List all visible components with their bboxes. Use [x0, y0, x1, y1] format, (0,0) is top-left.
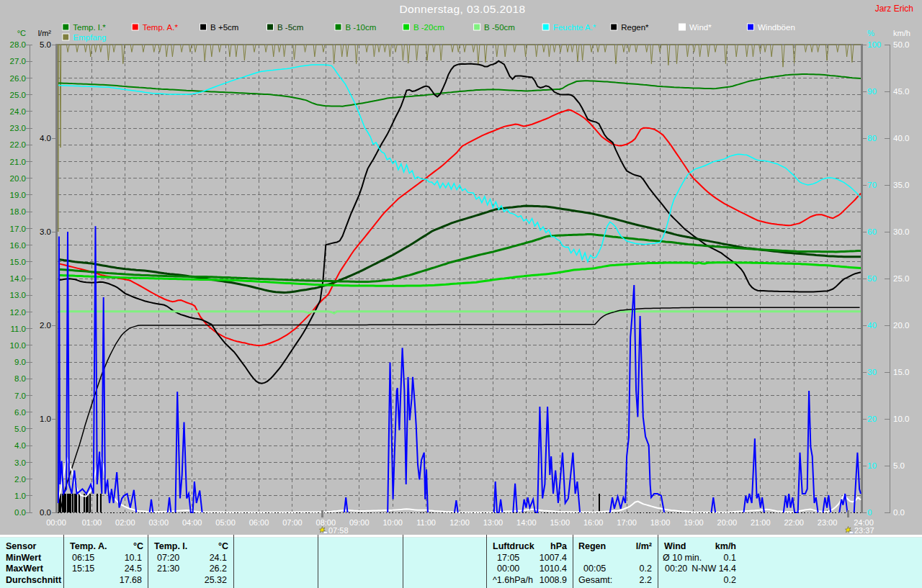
svg-text:^1.6hPa/h: ^1.6hPa/h — [493, 575, 533, 585]
svg-text:km/h: km/h — [893, 29, 910, 37]
svg-text:5.0: 5.0 — [893, 461, 905, 470]
svg-text:26.2: 26.2 — [210, 564, 227, 574]
svg-text:Temp. A.: Temp. A. — [70, 541, 107, 551]
svg-text:Ø 10 min.: Ø 10 min. — [663, 553, 702, 563]
svg-text:25.0: 25.0 — [893, 274, 909, 283]
svg-text:l/m²: l/m² — [636, 541, 652, 551]
svg-text:22.0: 22.0 — [10, 140, 26, 149]
svg-text:20: 20 — [867, 415, 877, 423]
svg-text:02:00: 02:00 — [115, 518, 135, 527]
svg-text:3.0: 3.0 — [40, 227, 51, 236]
svg-text:20.0: 20.0 — [893, 321, 909, 330]
svg-text:17.0: 17.0 — [10, 225, 26, 233]
svg-text:Sensor: Sensor — [6, 541, 37, 551]
svg-text:2.0: 2.0 — [14, 475, 26, 484]
svg-text:Luftdruck: Luftdruck — [493, 541, 534, 551]
svg-text:B -5cm: B -5cm — [277, 23, 303, 32]
svg-text:30.0: 30.0 — [893, 227, 909, 236]
svg-text:Wind: Wind — [664, 541, 686, 551]
svg-text:07:00: 07:00 — [282, 518, 303, 527]
svg-text:19:00: 19:00 — [684, 518, 704, 527]
svg-text:22:00: 22:00 — [784, 518, 804, 527]
svg-text:23:00: 23:00 — [818, 518, 838, 527]
svg-text:11.0: 11.0 — [10, 325, 26, 333]
svg-text:Jarz Erich: Jarz Erich — [875, 4, 913, 14]
svg-text:25.0: 25.0 — [10, 91, 26, 99]
svg-text:00:00: 00:00 — [46, 518, 66, 527]
svg-text:05:00: 05:00 — [215, 518, 236, 527]
svg-text:16.0: 16.0 — [10, 241, 26, 250]
svg-text:21:30: 21:30 — [157, 564, 179, 574]
svg-text:B -50cm: B -50cm — [484, 23, 515, 32]
svg-text:B -20cm: B -20cm — [413, 23, 444, 32]
svg-text:04:00: 04:00 — [182, 518, 202, 527]
svg-text:00:00: 00:00 — [497, 564, 519, 574]
svg-text:°C: °C — [17, 29, 26, 37]
svg-text:24:00: 24:00 — [854, 518, 874, 527]
svg-text:03:00: 03:00 — [148, 518, 169, 527]
svg-text:18.0: 18.0 — [10, 207, 26, 216]
svg-text:5.0: 5.0 — [40, 40, 51, 49]
svg-text:100: 100 — [867, 40, 881, 49]
svg-text:%: % — [867, 29, 874, 37]
svg-text:12:00: 12:00 — [449, 518, 470, 527]
svg-text:0.2: 0.2 — [640, 564, 652, 574]
svg-text:0.2: 0.2 — [724, 575, 736, 585]
svg-text:°C: °C — [133, 541, 143, 551]
svg-text:1.0: 1.0 — [14, 492, 26, 500]
svg-text:0.1: 0.1 — [724, 553, 736, 563]
svg-text:10.0: 10.0 — [10, 341, 26, 350]
svg-text:Regen: Regen — [578, 541, 606, 551]
svg-text:17:05: 17:05 — [497, 553, 519, 563]
svg-text:15:15: 15:15 — [72, 564, 94, 574]
svg-text:MinWert: MinWert — [6, 553, 42, 563]
svg-text:23:37: 23:37 — [854, 526, 874, 535]
svg-text:17.68: 17.68 — [120, 575, 142, 585]
svg-text:24.0: 24.0 — [10, 107, 26, 116]
svg-text:Feuchte A.*: Feuchte A.* — [553, 23, 596, 32]
svg-text:07:58: 07:58 — [328, 526, 349, 535]
svg-text:45.0: 45.0 — [893, 87, 909, 96]
svg-text:24.1: 24.1 — [210, 553, 227, 563]
svg-text:35.0: 35.0 — [893, 181, 909, 189]
svg-text:60: 60 — [867, 227, 877, 236]
svg-text:23.0: 23.0 — [10, 124, 26, 132]
svg-text:21:00: 21:00 — [751, 518, 771, 527]
svg-text:Donnerstag, 03.05.2018: Donnerstag, 03.05.2018 — [399, 3, 525, 15]
svg-text:25.32: 25.32 — [205, 575, 227, 585]
svg-text:00:05: 00:05 — [583, 564, 606, 574]
svg-text:0.0: 0.0 — [40, 508, 51, 517]
svg-text:7.0: 7.0 — [14, 392, 26, 400]
svg-text:1008.9: 1008.9 — [540, 575, 567, 585]
svg-text:3.0: 3.0 — [14, 458, 26, 467]
svg-text:14:00: 14:00 — [516, 518, 537, 527]
svg-text:8.0: 8.0 — [14, 374, 26, 383]
svg-text:B +5cm: B +5cm — [210, 23, 238, 32]
svg-text:21.0: 21.0 — [10, 158, 26, 166]
svg-text:Temp. I.: Temp. I. — [154, 541, 187, 551]
svg-text:70: 70 — [867, 181, 877, 189]
svg-text:°C: °C — [218, 541, 228, 551]
svg-text:16:00: 16:00 — [583, 518, 604, 527]
svg-text:24.5: 24.5 — [125, 564, 142, 574]
svg-text:11:00: 11:00 — [416, 518, 436, 527]
svg-text:B -10cm: B -10cm — [346, 23, 377, 32]
svg-text:27.0: 27.0 — [10, 57, 26, 65]
svg-text:01:00: 01:00 — [82, 518, 102, 527]
svg-text:Temp. A.*: Temp. A.* — [143, 23, 179, 32]
svg-text:Gesamt:: Gesamt: — [578, 575, 612, 585]
svg-text:0.0: 0.0 — [14, 508, 26, 517]
svg-text:18:00: 18:00 — [650, 518, 671, 527]
svg-text:19.0: 19.0 — [10, 191, 26, 199]
svg-text:km/h: km/h — [715, 541, 736, 551]
svg-text:Temp. I.*: Temp. I.* — [73, 23, 106, 32]
svg-text:30: 30 — [867, 368, 877, 376]
svg-text:1.0: 1.0 — [40, 415, 51, 423]
svg-text:0.0: 0.0 — [893, 508, 905, 517]
svg-text:2.0: 2.0 — [40, 321, 51, 330]
svg-text:Durchschnitt: Durchschnitt — [6, 575, 62, 585]
svg-text:14.0: 14.0 — [10, 274, 26, 283]
svg-text:l/m²: l/m² — [38, 29, 52, 37]
svg-text:13:00: 13:00 — [483, 518, 503, 527]
svg-text:10.1: 10.1 — [125, 553, 142, 563]
